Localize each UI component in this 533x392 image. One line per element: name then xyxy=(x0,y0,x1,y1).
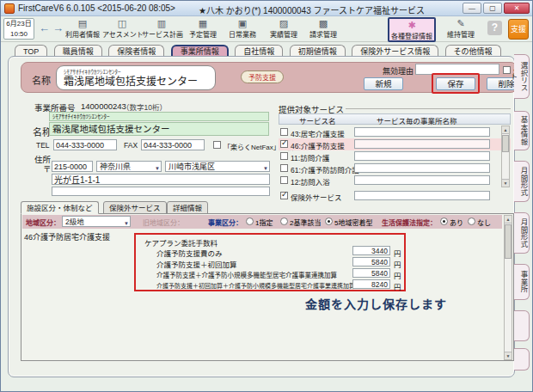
side-tab-monthly-format-1[interactable]: 月間形式 xyxy=(514,161,530,202)
app-window: FirstCareV6 6.0.105 <2015-06-20 08:05> ★… xyxy=(0,0,533,392)
fax-input[interactable] xyxy=(141,139,205,150)
side-tab-basic-info[interactable]: 基本情報 xyxy=(514,111,530,150)
office-furigana-field[interactable]: ｼﾓｱｻｵﾁｲｷﾎｳｶﾂｼｴﾝｾﾝﾀｰ xyxy=(49,112,269,121)
business-radio-2[interactable] xyxy=(280,217,288,225)
address-line2-input[interactable] xyxy=(52,187,270,196)
fee-input[interactable] xyxy=(352,279,390,289)
prevention-support-badge: 予防支援 xyxy=(241,70,284,83)
office-name-field[interactable]: 霜浅尾地域包括支援センター xyxy=(49,122,269,136)
help-button[interactable]: ? xyxy=(487,21,502,35)
fee-unit: 円 xyxy=(394,248,401,258)
wrench-icon: ✎ xyxy=(441,18,481,29)
welfare-radio-no[interactable] xyxy=(468,217,475,225)
tel-input[interactable] xyxy=(53,139,117,150)
scroll-thumb[interactable] xyxy=(502,135,509,152)
service-checkbox[interactable] xyxy=(280,140,288,148)
scroll-thumb[interactable] xyxy=(505,224,512,259)
service-office-name-input[interactable] xyxy=(354,163,490,173)
toolbar-button-user-info[interactable]: ▤利用者情報 xyxy=(63,18,102,39)
toolbar-button-registration[interactable]: ✱各種登録情報 xyxy=(388,17,436,42)
date-time-display: 6月23日 10:50 xyxy=(3,18,34,40)
scroll-up-icon[interactable]: ▲ xyxy=(505,216,512,224)
service-label: 11:訪問介護 xyxy=(291,152,329,162)
toolbar-button-results[interactable]: ▨実績管理 xyxy=(264,18,303,39)
facility-detail-box: 地域区分： 2級地 旧地域区分： 事業区分： 1指定 2基準該当 5地域密着型 … xyxy=(21,213,514,361)
noninsurance-office-name-input[interactable] xyxy=(354,191,490,200)
scroll-up-icon[interactable]: ▲ xyxy=(502,126,509,134)
postal-input[interactable] xyxy=(52,161,93,172)
office-name-furigana: ｼﾓｱｻｵﾁｲｷﾎｳｶﾂｼｴﾝｾﾝﾀｰ xyxy=(64,68,208,76)
service-label: 46:介護予防支援 xyxy=(291,140,345,150)
toolbar-label: 利用者情報 xyxy=(65,31,100,39)
toolbar-label: アセスメント xyxy=(102,31,144,39)
service-label: 43:居宅介護支援 xyxy=(291,128,345,138)
welfare-law-label: 生活保護法指定： xyxy=(382,217,437,227)
support-button[interactable]: 支援 xyxy=(508,19,529,40)
save-button[interactable]: 保存 xyxy=(436,77,475,90)
subtab-facility-category[interactable]: 施設区分・体制など xyxy=(21,201,99,214)
scroll-down-icon[interactable]: ▼ xyxy=(502,179,509,187)
toolbar-button-assessment[interactable]: ◫アセスメント xyxy=(102,18,142,39)
office-number-note: （数字10桁） xyxy=(122,101,167,112)
back-arrow-icon[interactable]: ← xyxy=(39,21,50,34)
minimize-button[interactable]: — xyxy=(463,3,481,14)
side-tab-blank-1[interactable] xyxy=(514,310,530,341)
side-tab-office[interactable]: 事業所 xyxy=(514,264,530,300)
noninsurance-checkbox[interactable] xyxy=(280,192,288,199)
subtab-noninsurance-service[interactable]: 保険外サービス xyxy=(103,201,167,214)
service-office-name-input[interactable] xyxy=(354,151,490,161)
service-checkbox[interactable] xyxy=(280,176,288,184)
welfare-radio-yes[interactable] xyxy=(440,217,448,225)
toolbar-button-service-plan[interactable]: ▥サービス計画 xyxy=(142,18,181,39)
service-checkbox[interactable] xyxy=(280,152,288,160)
service-checkbox[interactable] xyxy=(280,164,288,172)
fee-unit: 円 xyxy=(394,259,401,269)
city-select[interactable]: 川崎市浅尾区 xyxy=(165,161,270,172)
prefecture-select[interactable]: 神奈川県 xyxy=(96,161,162,172)
service-office-name-input[interactable] xyxy=(354,175,490,185)
office-number-value[interactable]: 1400000243 xyxy=(81,101,126,111)
side-tab-selection-list[interactable]: 選択リスト xyxy=(514,54,530,99)
service-plan-icon: ▥ xyxy=(142,18,181,29)
close-button[interactable]: ✕ xyxy=(504,3,530,14)
toolbar-button-daily-work[interactable]: ▣日常業務 xyxy=(223,18,262,39)
services-scrollbar[interactable]: ▲ ▼ xyxy=(501,126,510,187)
toolbar-button-schedule[interactable]: ▦予定管理 xyxy=(183,18,223,39)
region-select[interactable]: 2級地 xyxy=(62,216,131,227)
main-tab-row: TOP 職員情報 保険者情報 事業所情報 自社情報 初期値情報 保険外サービス情… xyxy=(15,42,504,57)
side-tab-blank-2[interactable] xyxy=(514,348,530,371)
fieldset-line xyxy=(346,108,511,109)
service-office-name-input[interactable] xyxy=(354,139,490,149)
toolbar-label: 予定管理 xyxy=(189,31,217,39)
fee-input[interactable] xyxy=(352,268,390,278)
date-text: 6月23日 xyxy=(6,20,31,28)
detail-scrollbar[interactable]: ▲ ▼ xyxy=(504,215,512,360)
service-row: 12:訪問入浴 xyxy=(279,175,511,187)
fee-input[interactable] xyxy=(352,257,390,266)
service-heading: 46介護予防居宅介護支援 xyxy=(24,231,110,242)
fee-row-label: 介護予防支援＋初回加算 xyxy=(156,259,237,269)
subtab-detail-info[interactable]: 詳細情報 xyxy=(167,201,208,214)
assessment-icon: ◫ xyxy=(102,18,142,29)
fee-input[interactable] xyxy=(352,246,390,255)
service-checkbox[interactable] xyxy=(280,128,288,136)
service-row-selected: 46:介護予防支援 xyxy=(279,138,511,150)
toolbar-button-maintenance[interactable]: ✎維持管理 xyxy=(441,18,481,39)
street-input[interactable] xyxy=(52,174,270,185)
maximize-button[interactable]: ▢ xyxy=(483,3,502,14)
new-button[interactable]: 新規 xyxy=(364,77,403,90)
region-label: 地域区分： xyxy=(26,217,60,227)
toolbar-button-billing[interactable]: ▩請求管理 xyxy=(303,18,343,39)
service-label: 61:介護予防訪問介護 xyxy=(291,164,359,175)
service-office-name-input[interactable] xyxy=(354,127,490,137)
side-tab-monthly-format-2[interactable]: 月間形式 xyxy=(514,212,530,254)
netfax-checkbox[interactable] xyxy=(213,141,221,149)
office-header-band: 名称 ｼﾓｱｻｵﾁｲｷﾎｳｶﾂｼｴﾝｾﾝﾀｰ 霜浅尾地域包括支援センター 予防支… xyxy=(21,62,518,93)
toolbar-label: 実績管理 xyxy=(270,31,297,39)
old-region-label: 旧地域区分： xyxy=(143,217,184,227)
fee-title: ケアプラン委託手数料 xyxy=(144,237,217,248)
office-name-input[interactable]: ｼﾓｱｻｵﾁｲｷﾎｳｶﾂｼｴﾝｾﾝﾀｰ 霜浅尾地域包括支援センター xyxy=(56,65,216,90)
business-radio-3[interactable] xyxy=(325,217,333,225)
business-radio-1[interactable] xyxy=(246,217,254,225)
scroll-down-icon[interactable]: ▼ xyxy=(505,352,512,359)
